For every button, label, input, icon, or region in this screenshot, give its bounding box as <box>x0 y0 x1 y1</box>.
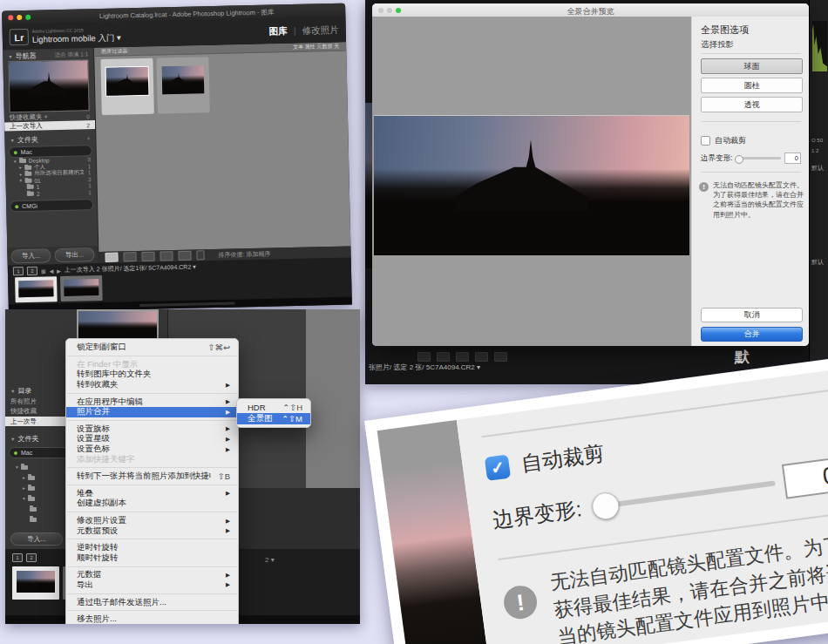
menu-item-rotate-left[interactable]: 逆时针旋转 <box>66 543 238 553</box>
submenu-item-panorama[interactable]: 全景图⌃⇧M <box>237 413 310 424</box>
import-button[interactable]: 导入... <box>10 248 51 263</box>
lens-profile-warning: ! 无法自动匹配镜头配置文件。为了获得最佳结果，请在合并之前将适当的镜头配置文件… <box>699 180 804 220</box>
slider-knob[interactable] <box>735 155 743 164</box>
module-tab-library[interactable]: 图库 <box>269 25 288 37</box>
filmstrip-info[interactable]: 上一次导入 2 张照片/ 选定1张/ 5C7A4094.CR2 ▾ <box>64 263 196 275</box>
filmstrip-thumb[interactable] <box>60 275 103 302</box>
submenu-item-hdr[interactable]: HDR⌃⇧H <box>237 402 310 413</box>
cancel-button[interactable]: 取消 <box>701 308 803 322</box>
boundary-warp-label: 边界变形: <box>491 495 583 534</box>
dialog-titlebar[interactable]: 全景合并预览 <box>372 3 809 17</box>
merge-button[interactable]: 合并 <box>701 327 803 342</box>
zoom-icon[interactable] <box>25 14 31 19</box>
disclosure-triangle-icon[interactable]: ▸ <box>23 475 25 480</box>
menu-item-add-to-quick-collection-and-next[interactable]: 转到下一张并将当前照片添加到快捷收藏夹⇧B <box>66 471 238 482</box>
boundary-warp-slider[interactable] <box>736 157 781 159</box>
disclosure-triangle-icon[interactable]: ▾ <box>16 464 18 470</box>
loupe-view-icon[interactable] <box>123 252 136 261</box>
folders-header[interactable]: ▼文件夹 + <box>4 133 95 144</box>
boundary-warp-slider[interactable] <box>595 480 776 510</box>
main-window-icon[interactable]: 1 <box>12 553 23 562</box>
navigator-zoom-levels[interactable]: 适合 填满 1:1 <box>55 51 89 59</box>
compare-view-icon[interactable] <box>141 252 154 261</box>
disclosure-triangle-icon[interactable]: ▾ <box>19 178 22 183</box>
menu-item-set-color-label[interactable]: 设置色标▶ <box>66 444 238 455</box>
folder-row[interactable]: ▸ <box>17 473 43 482</box>
minimize-icon[interactable] <box>17 14 22 19</box>
folder-row[interactable]: ▾ <box>17 494 43 503</box>
scrollbar-thumb[interactable] <box>139 302 235 307</box>
main-window-icon[interactable]: 1 <box>13 267 24 275</box>
folder-icon <box>21 465 28 470</box>
auto-crop-checkbox[interactable]: ✓ <box>485 454 511 480</box>
projection-cylindrical-button[interactable]: 圆柱 <box>701 78 803 93</box>
folder-row[interactable]: ▸ <box>17 484 43 492</box>
menu-item-photo-merge[interactable]: 照片合并▶ <box>66 407 238 417</box>
menu-item-rotate-right[interactable]: 顺时针旋转 <box>66 553 238 564</box>
menu-item-metadata[interactable]: 元数据▶ <box>66 570 238 580</box>
menu-item-go-to-collection[interactable]: 转到收藏夹▶ <box>66 380 238 390</box>
menu-item-set-rating[interactable]: 设置星级▶ <box>66 434 238 444</box>
menu-item-remove-photo[interactable]: 移去照片... <box>66 614 238 624</box>
forward-arrow-icon[interactable]: ▶ <box>57 268 61 274</box>
church-silhouette <box>456 139 588 211</box>
disclosure-triangle-icon[interactable]: ▾ <box>23 496 25 501</box>
folder-icon <box>19 159 26 163</box>
grid-cell-selected-secondary[interactable] <box>156 57 209 113</box>
menu-item-export[interactable]: 导出▶ <box>66 580 238 591</box>
disclosure-triangle-icon[interactable]: ▸ <box>19 165 22 170</box>
import-button[interactable]: 导入... <box>10 532 63 546</box>
module-tab-develop[interactable]: 修改照片 <box>302 24 339 37</box>
slider-knob[interactable] <box>590 491 621 521</box>
menu-item-edit-in[interactable]: 在应用程序中编辑▶ <box>66 397 238 407</box>
disclosure-triangle-icon[interactable]: ▾ <box>14 159 17 164</box>
menu-item-metadata-presets[interactable]: 元数据预设▶ <box>66 525 238 536</box>
menu-item-stacking[interactable]: 堆叠▶ <box>66 489 238 499</box>
navigator-header[interactable]: ▼导航器 适合 填满 1:1 <box>3 50 93 60</box>
navigator-preview <box>78 311 157 341</box>
second-window-icon[interactable]: 2 <box>27 267 37 275</box>
lens-profile-warning: ! 无法自动匹配镜头配置文件。为了获得最佳结果，请在合并之前将适当的镜头配置文件… <box>500 529 828 644</box>
people-view-icon[interactable] <box>178 251 191 261</box>
second-window-icon[interactable]: 2 <box>26 553 37 562</box>
filter-bar-options[interactable]: 文本 属性 元数据 无 <box>293 43 339 51</box>
menu-item-develop-settings[interactable]: 修改照片设置▶ <box>66 516 238 526</box>
back-arrow-icon[interactable]: ◀ <box>49 268 53 274</box>
close-icon[interactable] <box>8 15 13 20</box>
filmstrip-thumb-selected[interactable] <box>12 566 59 600</box>
grid-view-icon[interactable] <box>105 253 118 262</box>
projection-spherical-button[interactable]: 球面 <box>701 58 803 74</box>
painter-icon[interactable] <box>196 250 204 260</box>
survey-view-icon[interactable] <box>159 251 173 261</box>
grid-shortcut-icon[interactable]: ▦ <box>41 268 46 274</box>
identity-plate[interactable]: Lightroom mobile 入门 ▾ <box>32 32 121 45</box>
menu-item-lock-second-window[interactable]: 锁定到副窗口⇧⌘↩ <box>66 342 238 353</box>
menu-item-go-to-folder-in-library[interactable]: 转到图库中的文件夹 <box>66 369 238 380</box>
export-button[interactable]: 导出... <box>54 247 94 262</box>
disclosure-triangle-icon[interactable]: ▸ <box>19 172 22 177</box>
menu-item-email-photo[interactable]: 通过电子邮件发送照片... <box>66 597 238 607</box>
projection-perspective-button[interactable]: 透视 <box>701 97 803 112</box>
filmstrip-thumb-selected[interactable] <box>15 276 58 302</box>
pano-options-panel: 全景图选项 选择投影 球面 圆柱 透视 自动裁剪 边界变形: <box>691 17 809 346</box>
folder-row[interactable] <box>24 515 44 524</box>
volume-browser-cmgi[interactable]: CMGi <box>10 199 93 212</box>
disclosure-triangle-icon[interactable]: ▸ <box>23 485 25 491</box>
sort-direction-label[interactable]: 排序依据: 添加顺序 <box>218 249 270 259</box>
folder-row[interactable]: ▾ <box>10 463 36 471</box>
grid-cell-selected[interactable] <box>100 58 153 115</box>
submenu-arrow-icon: ▶ <box>226 382 230 389</box>
sidebar-item-previous-import[interactable]: 上一次导入 2 <box>4 120 95 131</box>
auto-crop-checkbox[interactable] <box>701 136 710 146</box>
menu-item-create-virtual-copy[interactable]: 创建虚拟副本 <box>66 498 238 509</box>
folder-row[interactable] <box>24 505 44 513</box>
projection-label: 选择投影 <box>701 39 734 51</box>
menu-item-set-flag[interactable]: 设置旗标▶ <box>66 424 238 435</box>
folder-row-2[interactable]: 2 1 <box>6 189 97 198</box>
boundary-warp-value[interactable]: 0 <box>782 456 828 498</box>
filmstrip-source-indicator[interactable]: 2 ▾ <box>265 556 275 564</box>
add-folder-button[interactable]: + <box>87 135 91 141</box>
submenu-arrow-icon: ▶ <box>226 527 230 534</box>
boundary-warp-value[interactable]: 0 <box>784 153 801 164</box>
submenu-arrow-icon: ▶ <box>226 490 230 497</box>
